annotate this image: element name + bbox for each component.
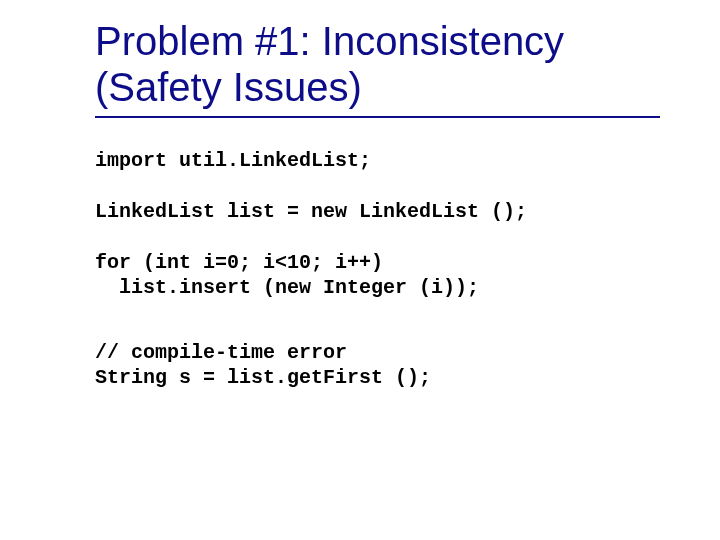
slide-title: Problem #1: Inconsistency (Safety Issues… bbox=[95, 18, 660, 110]
code-for-loop: for (int i=0; i<10; i++) list.insert (ne… bbox=[95, 250, 660, 300]
code-for-line2: list.insert (new Integer (i)); bbox=[95, 276, 479, 299]
code-getfirst: String s = list.getFirst (); bbox=[95, 366, 431, 389]
code-import: import util.LinkedList; bbox=[95, 148, 660, 173]
code-comment: // compile-time error bbox=[95, 341, 347, 364]
code-declaration: LinkedList list = new LinkedList (); bbox=[95, 199, 660, 224]
title-line-2: (Safety Issues) bbox=[95, 65, 362, 109]
title-underline bbox=[95, 116, 660, 118]
code-for-line1: for (int i=0; i<10; i++) bbox=[95, 251, 383, 274]
title-line-1: Problem #1: Inconsistency bbox=[95, 19, 564, 63]
slide: Problem #1: Inconsistency (Safety Issues… bbox=[0, 0, 720, 540]
code-comment-block: // compile-time error String s = list.ge… bbox=[95, 340, 660, 390]
